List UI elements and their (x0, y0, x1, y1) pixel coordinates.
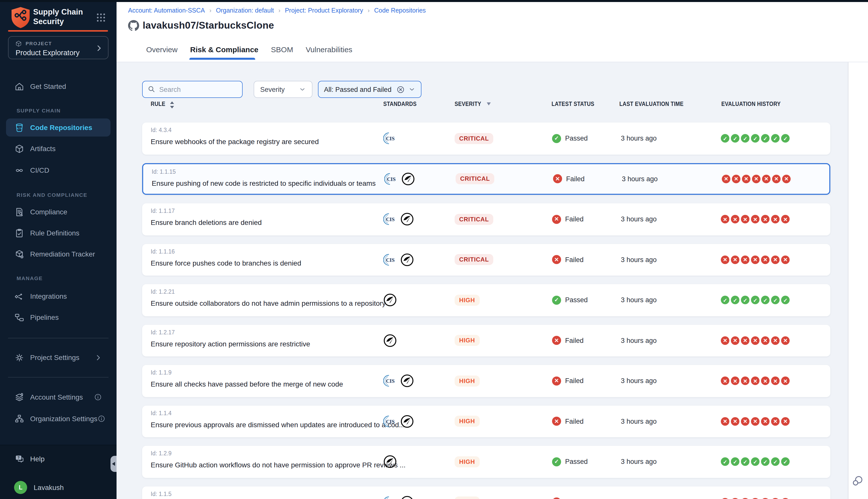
breadcrumb-organization[interactable]: Organization: default (216, 7, 274, 14)
table-row[interactable]: Id: 1.2.17 Ensure repository action perm… (142, 325, 830, 356)
history-fail-icon: ✕ (721, 498, 730, 499)
table-row[interactable]: Id: 1.2.9 Ensure GitHub action workflows… (142, 446, 830, 478)
history-pass-icon: ✓ (751, 458, 760, 466)
last-evaluation-time: 3 hours ago (621, 405, 657, 437)
history-pass-icon: ✓ (721, 296, 730, 304)
info-icon[interactable] (97, 415, 106, 423)
status-filter-dropdown[interactable]: All: Passed and Failed (318, 81, 421, 98)
last-evaluation-time: 3 hours ago (621, 244, 657, 276)
sidebar-item-artifacts[interactable]: Artifacts (0, 139, 117, 158)
history-fail-icon: ✕ (721, 256, 730, 264)
sort-desc-icon (487, 102, 491, 106)
table-row[interactable]: Id: 1.1.16 Ensure force pushes code to b… (142, 244, 830, 276)
table-row[interactable]: Id: 1.1.17 Ensure branch deletions are d… (142, 203, 830, 235)
table-row[interactable]: Id: 4.3.4 Ensure webhooks of the package… (142, 122, 830, 154)
sidebar-item-organization-settings[interactable]: Organization Settings (0, 410, 117, 428)
tab-risk-and-compliance[interactable]: Risk & Compliance (190, 45, 258, 53)
table-row[interactable]: Id: 1.1.4 Ensure previous approvals are … (142, 405, 830, 437)
status-label: Passed (565, 296, 588, 304)
column-severity[interactable]: SEVERITY (455, 100, 481, 107)
project-selector[interactable]: PROJECT Product Exploratory (8, 36, 108, 59)
chevron-right-icon (94, 354, 102, 361)
sidebar-collapse-handle[interactable] (110, 456, 117, 472)
sidebar-item-help[interactable]: ? Help (0, 450, 117, 468)
latest-status: ✕ Failed (552, 486, 584, 499)
sidebar-item-compliance[interactable]: Compliance (0, 203, 117, 221)
history-fail-icon: ✕ (751, 377, 760, 385)
severity-badge: CRITICAL (455, 254, 493, 265)
latest-status: ✕ Failed (552, 325, 584, 356)
column-rule[interactable]: RULE (151, 100, 165, 107)
sidebar-item-pipelines[interactable]: Pipelines (0, 308, 117, 326)
table-row[interactable]: Id: 1.2.21 Ensure outside collaborators … (142, 284, 830, 316)
rule-id: Id: 4.3.4 (151, 127, 171, 133)
shield-logo-icon (11, 7, 31, 28)
severity-filter-dropdown[interactable]: Severity (254, 81, 312, 98)
history-fail-icon: ✕ (721, 215, 730, 224)
history-fail-icon: ✕ (742, 175, 750, 183)
last-evaluation-time: 3 hours ago (621, 122, 657, 154)
history-fail-icon: ✕ (761, 256, 770, 264)
breadcrumb-code-repositories[interactable]: Code Repositories (374, 7, 426, 14)
standards-icons: CIS (383, 203, 414, 235)
history-fail-icon: ✕ (751, 498, 760, 499)
user-menu[interactable]: L Lavakush (0, 478, 117, 497)
chat-support-icon[interactable] (852, 474, 865, 487)
status-icon: ✕ (552, 255, 561, 264)
status-label: Failed (565, 256, 584, 264)
page-title: lavakush07/StarbucksClone (143, 20, 274, 31)
package-icon (14, 143, 25, 154)
rule-title: Ensure repository action permissions are… (151, 340, 310, 348)
history-pass-icon: ✓ (721, 458, 730, 466)
tab-vulnerabilities[interactable]: Vulnerabilities (306, 45, 352, 53)
sidebar-item-account-settings[interactable]: Account Settings (0, 388, 117, 406)
sidebar-section-supply-chain: SUPPLY CHAIN (16, 107, 61, 114)
sidebar-divider (8, 338, 108, 338)
severity-badge: HIGH (455, 456, 480, 467)
integrations-icon (14, 291, 25, 302)
app-title: Supply Chain Security (33, 7, 88, 26)
sidebar-item-cicd[interactable]: CI/CD (0, 161, 117, 179)
help-chat-icon: ? (14, 453, 25, 464)
breadcrumb-project[interactable]: Project: Product Exploratory (285, 7, 363, 14)
info-icon[interactable] (94, 393, 102, 401)
sidebar-divider (8, 377, 108, 378)
sidebar-item-code-repositories[interactable]: </> Code Repositories (6, 119, 110, 136)
sidebar-bottom-section: ? Help L Lavakush (0, 445, 117, 499)
history-fail-icon: ✕ (772, 175, 781, 183)
severity-badge: HIGH (455, 497, 480, 499)
history-fail-icon: ✕ (741, 215, 749, 224)
history-fail-icon: ✕ (781, 498, 789, 499)
tab-bar: Overview Risk & Compliance SBOM Vulnerab… (146, 38, 352, 60)
rule-id: Id: 1.2.21 (151, 289, 175, 295)
project-cube-icon (15, 40, 22, 47)
sidebar-item-rule-definitions[interactable]: Rule Definitions (0, 224, 117, 242)
openssf-standard-icon (400, 374, 414, 388)
sidebar-item-project-settings[interactable]: Project Settings (0, 349, 117, 366)
table-row[interactable]: Id: 1.1.5 CIS HIGH ✕ Failed 3 hours ago … (142, 486, 830, 499)
table-row[interactable]: Id: 1.1.15 Ensure pushing of new code is… (142, 163, 830, 195)
history-fail-icon: ✕ (732, 175, 740, 183)
sidebar-item-integrations[interactable]: Integrations (0, 287, 117, 305)
chevron-down-icon (408, 86, 415, 93)
clear-filter-icon[interactable] (396, 85, 405, 94)
tab-overview[interactable]: Overview (146, 45, 178, 53)
evaluation-history: ✕✕✕✕✕✕✕ (721, 405, 789, 437)
app-grid-icon[interactable] (95, 12, 107, 23)
status-icon: ✕ (552, 417, 561, 426)
history-pass-icon: ✓ (751, 134, 760, 143)
table-row[interactable]: Id: 1.1.9 Ensure all checks have passed … (142, 365, 830, 397)
history-pass-icon: ✓ (751, 296, 760, 304)
rule-title: Ensure all checks have passed before the… (151, 380, 343, 388)
sidebar-item-remediation-tracker[interactable]: Remediation Tracker (0, 245, 117, 263)
sidebar-item-get-started[interactable]: Get Started (0, 77, 117, 95)
evaluation-history: ✓✓✓✓✓✓✓ (721, 122, 789, 154)
evaluation-history: ✕✕✕✕✕✕✕ (721, 244, 789, 276)
document-search-icon (14, 207, 25, 217)
tab-sbom[interactable]: SBOM (271, 45, 293, 53)
latest-status: ✕ Failed (552, 405, 584, 437)
severity-badge: HIGH (455, 376, 480, 387)
search-input[interactable] (142, 81, 243, 98)
sort-icon[interactable] (169, 101, 175, 109)
breadcrumb-account[interactable]: Account: Automation-SSCA (128, 7, 205, 14)
